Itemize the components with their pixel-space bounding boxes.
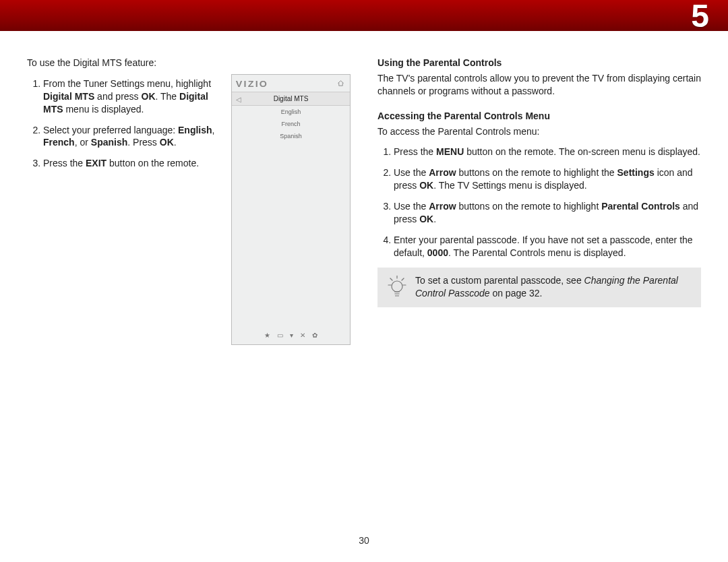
right-step-2: Use the Arrow buttons on the remote to h… (394, 166, 701, 192)
tv-item-french: French (232, 118, 350, 130)
header-rule (0, 31, 728, 32)
left-column-text: To use the Digital MTS feature: From the… (27, 57, 215, 345)
tv-spacer (232, 142, 350, 326)
tv-item-english: English (232, 106, 350, 118)
x-icon: ✕ (300, 332, 305, 339)
left-steps: From the Tuner Settings menu, highlight … (27, 77, 215, 170)
left-step-3: Press the EXIT button on the remote. (43, 157, 215, 170)
parental-paragraph: The TV's parental controls allow you to … (377, 72, 701, 98)
vizio-logo: VIZIO (236, 79, 268, 89)
gear-icon: ✿ (312, 332, 317, 339)
section-head-parental: Using the Parental Controls (377, 57, 701, 69)
box-icon: ▭ (277, 332, 283, 339)
right-column: Using the Parental Controls The TV's par… (377, 57, 701, 345)
svg-line-1 (390, 278, 392, 280)
svg-line-2 (402, 278, 404, 280)
tv-menu-title-row: ◁ Digital MTS (232, 92, 350, 106)
caret-icon: ▾ (290, 332, 293, 339)
chapter-header-band: 5 (0, 0, 728, 32)
bulb-icon (387, 274, 407, 301)
left-intro: To use the Digital MTS feature: (27, 57, 215, 69)
tv-item-spanish: Spanish (232, 130, 350, 142)
star-icon: ★ (264, 332, 270, 339)
right-step-3: Use the Arrow buttons on the remote to h… (394, 200, 701, 226)
tv-menu-top: VIZIO (232, 75, 350, 92)
tv-menu-title: Digital MTS (274, 95, 309, 102)
right-steps: Press the MENU button on the remote. The… (377, 146, 701, 259)
tip-text: To set a custom parental passcode, see C… (415, 274, 692, 300)
right-step-4: Enter your parental passcode. If you hav… (394, 234, 701, 259)
tv-menu-mock: VIZIO ◁ Digital MTS English French Spani… (231, 74, 351, 345)
accessing-intro: To access the Parental Controls menu: (377, 125, 701, 138)
right-step-1: Press the MENU button on the remote. The… (394, 146, 701, 158)
tv-bottom-bar: ★ ▭ ▾ ✕ ✿ (232, 326, 350, 344)
tip-box: To set a custom parental passcode, see C… (377, 268, 701, 307)
left-step-1: From the Tuner Settings menu, highlight … (43, 77, 215, 116)
left-column: To use the Digital MTS feature: From the… (27, 57, 351, 345)
home-icon (337, 80, 344, 88)
page-number: 30 (359, 535, 369, 546)
subhead-accessing: Accessing the Parental Controls Menu (377, 110, 701, 123)
page-body: To use the Digital MTS feature: From the… (0, 32, 728, 345)
svg-point-5 (392, 281, 402, 292)
back-icon: ◁ (236, 95, 241, 102)
chapter-number: 5 (691, 0, 709, 34)
left-step-2: Select your preferred language: English,… (43, 124, 215, 150)
